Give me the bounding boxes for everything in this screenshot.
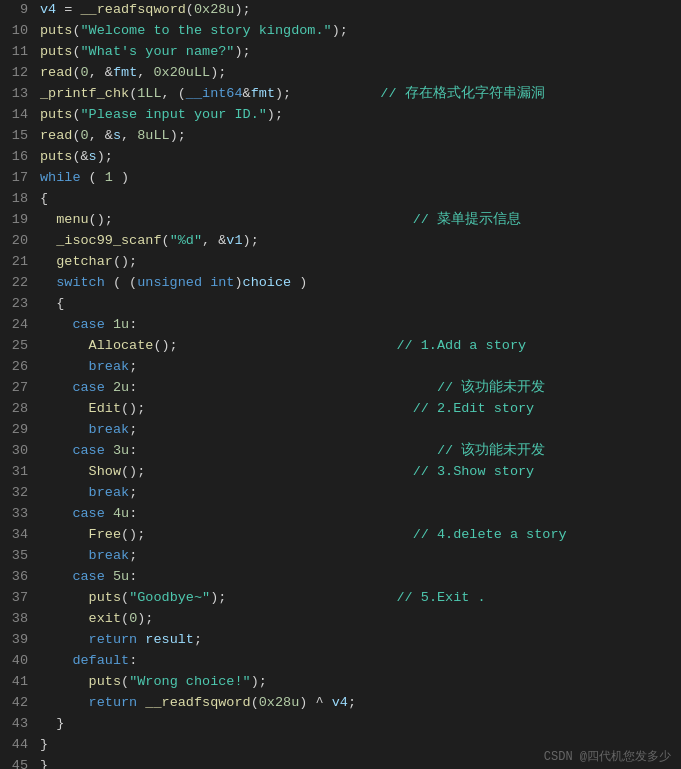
line-number: 13 [0,84,36,105]
line-content: getchar(); [36,252,681,273]
line-number: 15 [0,126,36,147]
line-content: puts(&s); [36,147,681,168]
line-content: puts("Wrong choice!"); [36,672,681,693]
table-row: 29 break; [0,420,681,441]
table-row: 13_printf_chk(1LL, (__int64&fmt); // 存在格… [0,84,681,105]
line-content: read(0, &fmt, 0x20uLL); [36,63,681,84]
line-number: 26 [0,357,36,378]
table-row: 20 _isoc99_scanf("%d", &v1); [0,231,681,252]
table-row: 39 return result; [0,630,681,651]
line-number: 18 [0,189,36,210]
table-row: 11puts("What's your name?"); [0,42,681,63]
table-row: 19 menu(); // 菜单提示信息 [0,210,681,231]
line-content: case 4u: [36,504,681,525]
line-number: 24 [0,315,36,336]
line-number: 11 [0,42,36,63]
table-row: 14puts("Please input your ID."); [0,105,681,126]
table-row: 34 Free(); // 4.delete a story [0,525,681,546]
line-content: _isoc99_scanf("%d", &v1); [36,231,681,252]
line-content: case 5u: [36,567,681,588]
line-content: puts("What's your name?"); [36,42,681,63]
line-content: return __readfsqword(0x28u) ^ v4; [36,693,681,714]
table-row: 43 } [0,714,681,735]
table-row: 10puts("Welcome to the story kingdom."); [0,21,681,42]
line-content: default: [36,651,681,672]
line-content: case 3u: // 该功能未开发 [36,441,681,462]
table-row: 24 case 1u: [0,315,681,336]
line-number: 39 [0,630,36,651]
table-row: 16puts(&s); [0,147,681,168]
table-row: 30 case 3u: // 该功能未开发 [0,441,681,462]
line-number: 28 [0,399,36,420]
line-content: { [36,189,681,210]
line-number: 20 [0,231,36,252]
line-content: { [36,294,681,315]
line-content: menu(); // 菜单提示信息 [36,210,681,231]
line-number: 33 [0,504,36,525]
table-row: 42 return __readfsqword(0x28u) ^ v4; [0,693,681,714]
line-number: 9 [0,0,36,21]
line-number: 17 [0,168,36,189]
table-row: 27 case 2u: // 该功能未开发 [0,378,681,399]
line-content: case 1u: [36,315,681,336]
line-content: Free(); // 4.delete a story [36,525,681,546]
line-number: 32 [0,483,36,504]
table-row: 32 break; [0,483,681,504]
line-content: case 2u: // 该功能未开发 [36,378,681,399]
line-number: 37 [0,588,36,609]
watermark: CSDN @四代机您发多少 [544,748,671,767]
table-row: 35 break; [0,546,681,567]
line-number: 29 [0,420,36,441]
table-row: 38 exit(0); [0,609,681,630]
line-number: 31 [0,462,36,483]
line-number: 27 [0,378,36,399]
line-number: 10 [0,21,36,42]
table-row: 22 switch ( (unsigned int)choice ) [0,273,681,294]
table-row: 25 Allocate(); // 1.Add a story [0,336,681,357]
table-row: 21 getchar(); [0,252,681,273]
table-row: 28 Edit(); // 2.Edit story [0,399,681,420]
table-row: 41 puts("Wrong choice!"); [0,672,681,693]
line-number: 19 [0,210,36,231]
line-number: 43 [0,714,36,735]
line-content: return result; [36,630,681,651]
table-row: 18{ [0,189,681,210]
line-content: _printf_chk(1LL, (__int64&fmt); // 存在格式化… [36,84,681,105]
line-content: Allocate(); // 1.Add a story [36,336,681,357]
line-content: Edit(); // 2.Edit story [36,399,681,420]
line-number: 25 [0,336,36,357]
line-number: 34 [0,525,36,546]
line-content: read(0, &s, 8uLL); [36,126,681,147]
line-content: } [36,714,681,735]
line-number: 21 [0,252,36,273]
line-content: break; [36,357,681,378]
line-number: 23 [0,294,36,315]
table-row: 40 default: [0,651,681,672]
line-number: 16 [0,147,36,168]
line-content: Show(); // 3.Show story [36,462,681,483]
table-row: 12read(0, &fmt, 0x20uLL); [0,63,681,84]
table-row: 37 puts("Goodbye~"); // 5.Exit . [0,588,681,609]
code-block: 9v4 = __readfsqword(0x28u); 10puts("Welc… [0,0,681,769]
table-row: 31 Show(); // 3.Show story [0,462,681,483]
table-row: 36 case 5u: [0,567,681,588]
line-content: puts("Please input your ID."); [36,105,681,126]
line-content: puts("Welcome to the story kingdom."); [36,21,681,42]
line-content: break; [36,546,681,567]
line-number: 30 [0,441,36,462]
table-row: 17while ( 1 ) [0,168,681,189]
line-number: 36 [0,567,36,588]
table-row: 33 case 4u: [0,504,681,525]
line-number: 12 [0,63,36,84]
line-content: break; [36,483,681,504]
line-content: switch ( (unsigned int)choice ) [36,273,681,294]
table-row: 23 { [0,294,681,315]
table-row: 26 break; [0,357,681,378]
line-number: 38 [0,609,36,630]
line-number: 40 [0,651,36,672]
code-view: 9v4 = __readfsqword(0x28u); 10puts("Welc… [0,0,681,769]
line-content: exit(0); [36,609,681,630]
line-number: 42 [0,693,36,714]
line-content: while ( 1 ) [36,168,681,189]
line-number: 22 [0,273,36,294]
